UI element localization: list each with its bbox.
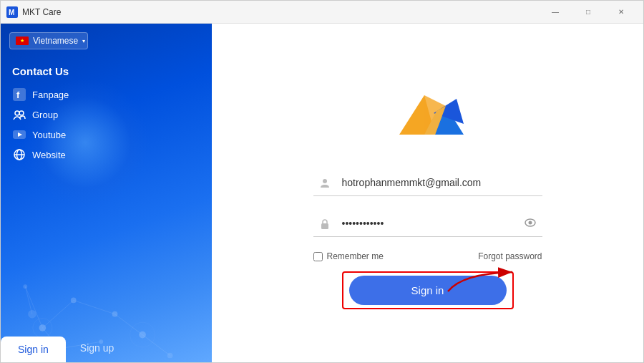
group-label: Group bbox=[32, 110, 58, 120]
language-label: Vietnamese bbox=[33, 36, 78, 46]
window-controls: — □ ✕ bbox=[539, 1, 638, 24]
app-icon: M bbox=[6, 6, 18, 18]
sidebar-item-youtube[interactable]: Youtube bbox=[12, 125, 200, 145]
eye-icon[interactable] bbox=[524, 216, 537, 232]
maximize-button[interactable]: □ bbox=[572, 1, 605, 24]
email-input[interactable] bbox=[313, 170, 542, 196]
logo-container bbox=[385, 81, 471, 148]
group-icon bbox=[12, 107, 26, 122]
website-label: Website bbox=[32, 150, 66, 160]
fanpage-label: Fanpage bbox=[32, 89, 69, 100]
svg-line-11 bbox=[42, 300, 73, 328]
svg-point-23 bbox=[15, 111, 19, 115]
facebook-icon: f bbox=[12, 87, 26, 102]
email-group bbox=[313, 170, 542, 196]
close-button[interactable]: ✕ bbox=[605, 1, 638, 24]
form-options: Remember me Forgot password bbox=[313, 251, 542, 261]
sidebar-item-website[interactable]: Website bbox=[12, 145, 200, 165]
tab-signup[interactable]: Sign up bbox=[66, 334, 128, 362]
minimize-button[interactable]: — bbox=[539, 1, 572, 24]
sidebar-item-group[interactable]: Group bbox=[12, 105, 200, 125]
lock-icon bbox=[319, 218, 331, 230]
svg-text:M: M bbox=[9, 9, 14, 16]
password-input[interactable] bbox=[313, 210, 542, 237]
youtube-label: Youtube bbox=[32, 130, 66, 140]
app-window: M MKT Care — □ ✕ bbox=[0, 0, 644, 363]
auth-tabs: Sign in Sign up bbox=[1, 334, 212, 362]
right-content: Remember me Forgot password Sign in bbox=[212, 24, 643, 362]
auth-tab-row: Sign in Sign up bbox=[1, 334, 212, 362]
svg-point-35 bbox=[323, 179, 327, 183]
tab-signin[interactable]: Sign in bbox=[1, 337, 66, 362]
sidebar-item-fanpage[interactable]: f Fanpage bbox=[12, 84, 200, 105]
sidebar: Vietnamese ▾ Contact Us f Fanpage bbox=[1, 24, 212, 362]
user-icon bbox=[319, 178, 331, 189]
title-bar: M MKT Care — □ ✕ bbox=[1, 1, 643, 24]
password-group bbox=[313, 210, 542, 237]
globe-icon bbox=[12, 147, 26, 162]
remember-text: Remember me bbox=[327, 251, 384, 261]
main-content: Vietnamese ▾ Contact Us f Fanpage bbox=[1, 24, 643, 362]
svg-point-24 bbox=[19, 111, 24, 115]
language-selector[interactable]: Vietnamese ▾ bbox=[9, 32, 88, 49]
remember-me-label[interactable]: Remember me bbox=[313, 251, 384, 261]
remember-checkbox[interactable] bbox=[313, 252, 323, 261]
flag-icon bbox=[16, 37, 29, 45]
forgot-password-link[interactable]: Forgot password bbox=[478, 251, 542, 261]
login-form: Remember me Forgot password Sign in bbox=[313, 81, 542, 305]
contact-title: Contact Us bbox=[12, 65, 200, 77]
svg-text:f: f bbox=[16, 89, 20, 100]
svg-rect-36 bbox=[321, 223, 328, 229]
youtube-icon bbox=[12, 127, 26, 142]
signin-btn-wrapper: Sign in bbox=[349, 276, 507, 305]
language-arrow-icon: ▾ bbox=[82, 38, 85, 44]
contact-section: Contact Us f Fanpage bbox=[1, 58, 212, 172]
window-title: MKT Care bbox=[22, 7, 61, 17]
svg-point-8 bbox=[28, 310, 36, 319]
svg-point-38 bbox=[528, 221, 532, 224]
title-bar-left: M MKT Care bbox=[6, 6, 61, 18]
svg-line-15 bbox=[115, 314, 143, 335]
svg-line-12 bbox=[25, 286, 42, 328]
svg-line-14 bbox=[74, 300, 115, 314]
signin-button[interactable]: Sign in bbox=[349, 276, 507, 305]
sidebar-top: Vietnamese ▾ bbox=[1, 24, 212, 58]
app-logo bbox=[385, 81, 471, 145]
